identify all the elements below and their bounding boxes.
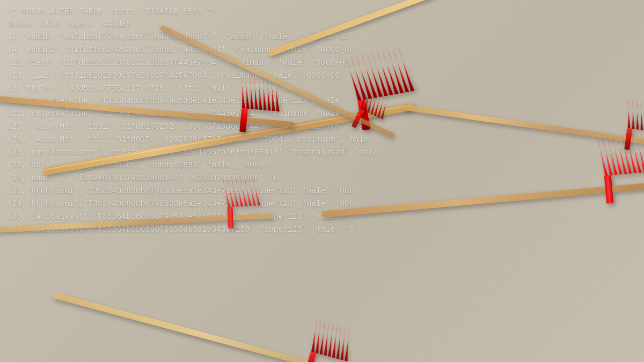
svg-rect-15 [227,207,233,228]
rakes-image [0,0,644,362]
